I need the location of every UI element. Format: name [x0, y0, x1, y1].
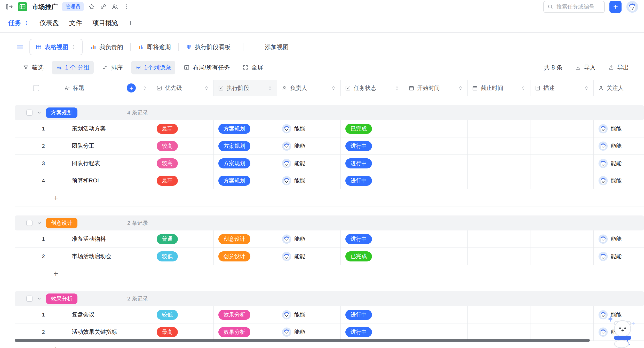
- cell-priority[interactable]: 较高: [152, 137, 214, 154]
- cell-description[interactable]: [530, 230, 594, 248]
- share-link-icon[interactable]: [100, 3, 107, 10]
- more-options-icon[interactable]: [123, 3, 130, 10]
- column-header-7[interactable]: 截止时间: [468, 80, 530, 96]
- cell-due-date[interactable]: [468, 306, 530, 323]
- fullscreen-button[interactable]: 全屏: [238, 61, 267, 74]
- cell-priority[interactable]: 普通: [152, 230, 214, 248]
- cell-due-date[interactable]: [468, 120, 530, 137]
- cell-title[interactable]: 1准备活动物料: [15, 230, 152, 248]
- cell-status[interactable]: 已完成: [341, 248, 404, 265]
- cell-description[interactable]: [530, 155, 594, 172]
- add-view-button[interactable]: 添加视图: [249, 39, 296, 55]
- import-button[interactable]: 导入: [571, 61, 600, 74]
- collapse-sidebar-icon[interactable]: [6, 3, 13, 11]
- cell-start-date[interactable]: [404, 230, 468, 248]
- eye-off-button[interactable]: 1个列隐藏: [131, 61, 176, 74]
- cell-status[interactable]: 进行中: [341, 323, 404, 341]
- cell-follower[interactable]: 能能: [594, 155, 644, 172]
- group-button[interactable]: 1 个 分组: [52, 61, 94, 74]
- cell-priority[interactable]: 较低: [152, 306, 214, 323]
- add-record-row[interactable]: +: [15, 265, 644, 282]
- cell-description[interactable]: [530, 248, 594, 265]
- collapse-group-icon[interactable]: [36, 220, 42, 226]
- horizontal-scrollbar[interactable]: [15, 339, 590, 342]
- cell-status[interactable]: 进行中: [341, 306, 404, 323]
- cell-stage[interactable]: 创意设计: [214, 248, 277, 265]
- cell-stage[interactable]: 方案规划: [214, 120, 277, 137]
- collapse-group-icon[interactable]: [36, 110, 42, 115]
- cell-start-date[interactable]: [404, 172, 468, 189]
- add-field-button[interactable]: +: [127, 83, 136, 92]
- view-tab-4[interactable]: 执行阶段看板: [179, 39, 238, 55]
- cell-status[interactable]: 已完成: [341, 120, 404, 137]
- cell-status[interactable]: 进行中: [341, 230, 404, 248]
- cell-follower[interactable]: 能能: [594, 172, 644, 189]
- cell-start-date[interactable]: [404, 248, 468, 265]
- cell-owner[interactable]: 能能: [277, 155, 341, 172]
- assistant-mascot[interactable]: [605, 314, 638, 348]
- collapse-group-icon[interactable]: [36, 296, 42, 301]
- cell-title[interactable]: 3团队行程表: [15, 155, 152, 172]
- column-header-2[interactable]: 优先级: [152, 80, 214, 96]
- filter-button[interactable]: 筛选: [19, 61, 48, 74]
- cell-follower[interactable]: 能能: [594, 230, 644, 248]
- cell-owner[interactable]: 能能: [277, 306, 341, 323]
- column-header-9[interactable]: 关注人: [594, 80, 644, 96]
- cell-status[interactable]: 进行中: [341, 172, 404, 189]
- cell-owner[interactable]: 能能: [277, 248, 341, 265]
- cell-start-date[interactable]: [404, 137, 468, 154]
- cell-description[interactable]: [530, 323, 594, 341]
- layout-button[interactable]: 布局/所有任务: [179, 61, 234, 74]
- nav-tab-1[interactable]: 任务: [3, 13, 34, 33]
- cell-start-date[interactable]: [404, 120, 468, 137]
- select-all-checkbox[interactable]: [33, 85, 39, 91]
- search-input[interactable]: [556, 3, 595, 10]
- column-header-1[interactable]: 标题+: [15, 80, 152, 96]
- column-sort-icon[interactable]: [520, 85, 526, 91]
- cell-start-date[interactable]: [404, 306, 468, 323]
- cell-follower[interactable]: 能能: [594, 248, 644, 265]
- search-box[interactable]: [543, 1, 605, 13]
- cell-description[interactable]: [530, 306, 594, 323]
- group-checkbox[interactable]: [26, 220, 33, 226]
- cell-description[interactable]: [530, 172, 594, 189]
- column-header-4[interactable]: 负责人: [277, 80, 341, 96]
- column-header-3[interactable]: 执行阶段: [214, 80, 277, 96]
- nav-tab-4[interactable]: 项目概览: [87, 13, 123, 33]
- column-sort-icon[interactable]: [584, 85, 589, 91]
- cell-stage[interactable]: 方案规划: [214, 172, 277, 189]
- column-sort-icon[interactable]: [204, 85, 209, 91]
- nav-tab-2[interactable]: 仪表盘: [34, 13, 64, 33]
- cell-follower[interactable]: 能能: [594, 120, 644, 137]
- cell-title[interactable]: 2团队分工: [15, 137, 152, 154]
- cell-stage[interactable]: 方案规划: [214, 137, 277, 154]
- cell-title[interactable]: 4预算和ROI: [15, 172, 152, 189]
- tab-more-icon[interactable]: [71, 44, 76, 50]
- cell-stage[interactable]: 效果分析: [214, 306, 277, 323]
- cell-stage[interactable]: 创意设计: [214, 230, 277, 248]
- cell-owner[interactable]: 能能: [277, 230, 341, 248]
- cell-owner[interactable]: 能能: [277, 120, 341, 137]
- cell-priority[interactable]: 最高: [152, 172, 214, 189]
- column-header-8[interactable]: 描述: [530, 80, 594, 96]
- group-checkbox[interactable]: [26, 110, 33, 116]
- cell-description[interactable]: [530, 120, 594, 137]
- cell-priority[interactable]: 较低: [152, 248, 214, 265]
- cell-title[interactable]: 2市场活动启动会: [15, 248, 152, 265]
- members-icon[interactable]: [111, 3, 118, 10]
- cell-due-date[interactable]: [468, 248, 530, 265]
- sort-button[interactable]: 排序: [98, 61, 127, 74]
- cell-priority[interactable]: 较高: [152, 155, 214, 172]
- cell-title[interactable]: 1策划活动方案: [15, 120, 152, 137]
- view-tab-1[interactable]: 表格视图: [29, 39, 83, 55]
- favorite-star-icon[interactable]: [88, 3, 95, 10]
- cell-due-date[interactable]: [468, 230, 530, 248]
- export-button[interactable]: 导出: [604, 61, 633, 74]
- cell-due-date[interactable]: [468, 172, 530, 189]
- cell-owner[interactable]: 能能: [277, 172, 341, 189]
- cell-start-date[interactable]: [404, 155, 468, 172]
- cell-stage[interactable]: 方案规划: [214, 155, 277, 172]
- column-sort-icon[interactable]: [331, 85, 336, 91]
- cell-description[interactable]: [530, 137, 594, 154]
- cell-title[interactable]: 2活动效果关键指标: [15, 323, 152, 341]
